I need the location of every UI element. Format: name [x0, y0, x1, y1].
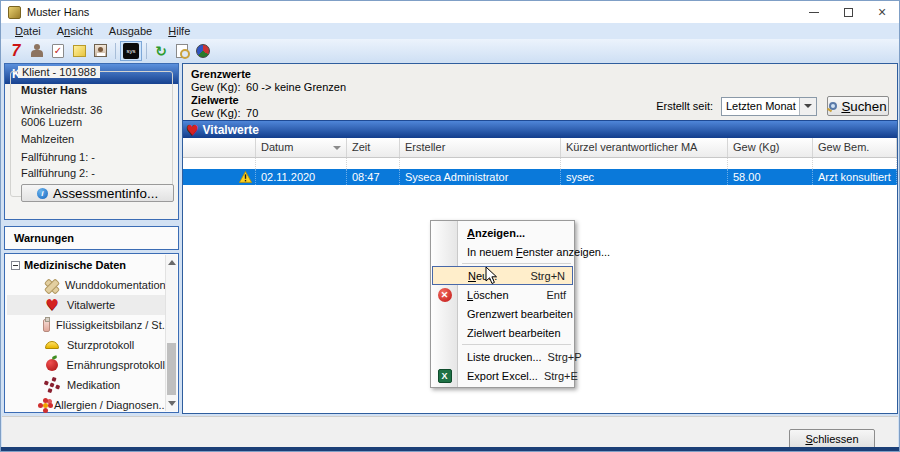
menu-bar: Datei Ansicht Ausgabe Hilfe [1, 23, 899, 39]
toolbar-separator [115, 43, 116, 59]
client-city: 6006 Luzern [21, 116, 82, 128]
refresh-icon[interactable]: ↻ [151, 41, 171, 60]
heart-icon: ♥ [186, 123, 199, 137]
client-street: Winkelriedstr. 36 [21, 104, 102, 116]
limits-value: 60 -> keine Grenzen [246, 81, 346, 93]
column-gew-bem[interactable]: Gew Bem. [813, 138, 897, 157]
cell-gew-bem: Arzt konsultiert [813, 169, 897, 185]
column-icon[interactable] [183, 138, 256, 157]
flower-icon [43, 403, 48, 408]
column-ersteller[interactable]: Ersteller [400, 138, 561, 157]
menu-datei[interactable]: Datei [7, 25, 49, 37]
print-preview-icon[interactable] [172, 41, 192, 60]
klient-info-panel: Klient-Info Klient - 101988 Muster Hans … [4, 63, 179, 220]
combo-dropdown-button[interactable] [799, 98, 816, 115]
heart-icon: ♥ [43, 298, 61, 313]
medical-data-panel: Medizinische Daten Wunddokumentation ♥ V… [4, 253, 179, 413]
title-bar: Muster Hans × [1, 1, 899, 23]
warnings-panel[interactable]: Warnungen [4, 226, 179, 250]
menu-item-anzeigen[interactable]: Anzeigen... [431, 223, 574, 242]
case-management-1: Fallführung 1: - [21, 151, 95, 163]
tree-scrollbar[interactable] [165, 255, 177, 411]
scroll-up-icon[interactable] [168, 260, 176, 265]
search-icon [829, 102, 837, 110]
tree-item-wunddokumentation[interactable]: Wunddokumentation [7, 275, 165, 295]
app-window: Muster Hans × Datei Ansicht Ausgabe Hilf… [0, 0, 900, 452]
notes-icon[interactable] [69, 41, 89, 60]
chevron-down-icon [804, 104, 812, 108]
maximize-button[interactable] [831, 1, 865, 23]
column-datum[interactable]: Datum [256, 138, 347, 157]
menu-item-grenzwert[interactable]: Grenzwert bearbeiten [431, 304, 574, 323]
footer-bar: Schliessen [2, 416, 898, 449]
assessmentinfo-button[interactable]: i Assessmentinfo... [21, 184, 174, 202]
vitalwerte-section-bar: ♥ Vitalwerte [183, 120, 897, 138]
column-kuerzel[interactable]: Kürzel verantwortlicher MA [561, 138, 728, 157]
statistics-pie-icon[interactable] [193, 41, 213, 60]
targets-label: Gew (Kg): [191, 107, 243, 120]
client-name: Muster Hans [21, 84, 87, 96]
scroll-down-icon[interactable] [168, 401, 176, 406]
window-title: Muster Hans [27, 6, 89, 18]
assessment-clipboard-icon[interactable]: ✓ [48, 41, 68, 60]
menu-item-neu[interactable]: Neu... Strg+N [432, 266, 573, 285]
warnings-header: Warnungen [5, 232, 74, 244]
cell-ersteller: Syseca Administrator [400, 169, 561, 185]
menu-item-loeschen[interactable]: ✕ Löschen Entf [431, 285, 574, 304]
schliessen-button[interactable]: Schliessen [789, 429, 875, 449]
column-zeit[interactable]: Zeit [347, 138, 400, 157]
table-row[interactable]: 02.11.2020 08:47 Syseca Administrator sy… [183, 169, 897, 185]
delete-icon: ✕ [438, 288, 452, 302]
menu-item-liste-drucken[interactable]: Liste drucken... Strg+P [431, 347, 574, 366]
section-title: Vitalwerte [203, 123, 259, 137]
client-person-icon[interactable] [27, 41, 47, 60]
tree-root-label: Medizinische Daten [24, 259, 126, 271]
created-since-label: Erstellt seit: [656, 100, 713, 112]
menu-item-export-excel[interactable]: X Export Excel... Strg+E [431, 366, 574, 385]
window-bottom-border [1, 447, 899, 451]
menu-hilfe[interactable]: Hilfe [160, 25, 198, 37]
warning-icon [239, 171, 252, 183]
excel-icon: X [438, 369, 452, 383]
tree-root[interactable]: Medizinische Daten [5, 256, 126, 274]
close-button[interactable]: × [865, 1, 899, 23]
bandage-icon [43, 278, 59, 292]
column-gew[interactable]: Gew (Kg) [728, 138, 813, 157]
toolbar: 7 ✓ sys ↻ [1, 39, 899, 62]
menu-item-zielwert[interactable]: Zielwert bearbeiten [431, 323, 574, 342]
staff-card-icon[interactable] [90, 41, 110, 60]
meals-label: Mahlzeiten [21, 133, 74, 145]
search-button[interactable]: Suchen [827, 96, 889, 116]
menu-ausgabe[interactable]: Ausgabe [101, 25, 160, 37]
cell-datum: 02.11.2020 [256, 169, 347, 185]
sys-toggle-button[interactable]: sys [120, 41, 142, 61]
scrollbar-thumb[interactable] [167, 343, 176, 395]
cell-gew: 58.00 [728, 169, 813, 185]
klient-number-label: Klient - 101988 [18, 66, 100, 78]
tree-item-ernaehrungsprotokoll[interactable]: Ernährungsprotokoll [7, 355, 165, 375]
logo-seven-icon[interactable]: 7 [6, 41, 26, 60]
bottle-icon [43, 319, 50, 332]
app-icon [8, 6, 21, 19]
created-since-select[interactable]: Letzten Monat [721, 97, 817, 116]
minimize-button[interactable] [797, 1, 831, 23]
tree-item-allergien[interactable]: Allergien / Diagnosen... [7, 395, 165, 415]
menu-item-neues-fenster[interactable]: In neuem Fenster anzeigen... [431, 242, 574, 261]
table-header-row: Datum Zeit Ersteller Kürzel verantwortli… [183, 138, 897, 158]
tree-item-vitalwerte[interactable]: ♥ Vitalwerte [7, 295, 165, 315]
pills-icon [43, 383, 61, 387]
cell-kuerzel: sysec [561, 169, 728, 185]
limits-strip: Grenzwerte Gew (Kg): 60 -> keine Grenzen… [183, 64, 897, 120]
tree-item-medikation[interactable]: Medikation [7, 375, 165, 395]
limits-title: Grenzwerte [191, 68, 897, 81]
tree-item-fluessigkeitsbilanz[interactable]: Flüssigkeitsbilanz / St... [7, 315, 165, 335]
case-management-2: Fallführung 2: - [21, 167, 95, 179]
cell-zeit: 08:47 [347, 169, 400, 185]
mouse-cursor [485, 266, 498, 285]
collapse-icon[interactable] [11, 261, 20, 270]
tree-item-sturzprotokoll[interactable]: Sturzprotokoll [7, 335, 165, 355]
menu-ansicht[interactable]: Ansicht [49, 25, 101, 37]
klient-groupbox: Klient - 101988 Muster Hans Winkelriedst… [10, 71, 173, 197]
toolbar-separator [146, 43, 147, 59]
limits-label: Gew (Kg): [191, 81, 243, 94]
